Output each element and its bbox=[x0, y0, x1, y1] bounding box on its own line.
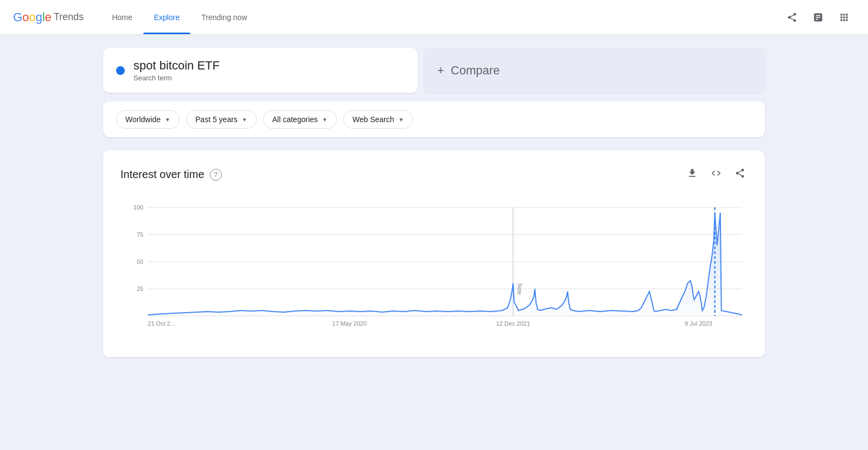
svg-text:75: 75 bbox=[137, 231, 143, 238]
search-term-card: spot bitcoin ETF Search term bbox=[103, 48, 418, 93]
category-dropdown-arrow: ▼ bbox=[322, 117, 328, 123]
filter-row: Worldwide ▼ Past 5 years ▼ All categorie… bbox=[103, 102, 765, 137]
header-actions bbox=[781, 7, 855, 28]
nav-explore[interactable]: Explore bbox=[143, 0, 190, 34]
chart-actions bbox=[685, 166, 748, 183]
chart-card: Interest over time ? bbox=[103, 150, 765, 357]
apps-button[interactable] bbox=[833, 7, 855, 28]
region-dropdown-arrow: ▼ bbox=[165, 117, 170, 123]
nav-trending-now[interactable]: Trending now bbox=[190, 0, 258, 34]
main-nav: Home Explore Trending now bbox=[101, 0, 258, 34]
chart-container: 100 75 50 25 Note bbox=[120, 197, 748, 340]
share-button[interactable] bbox=[781, 7, 803, 28]
svg-text:50: 50 bbox=[137, 258, 143, 265]
svg-text:12 Dec 2021: 12 Dec 2021 bbox=[496, 320, 530, 327]
compare-label: Compare bbox=[451, 64, 500, 78]
time-filter[interactable]: Past 5 years ▼ bbox=[186, 110, 257, 129]
download-button[interactable] bbox=[685, 166, 700, 183]
chart-header: Interest over time ? bbox=[120, 166, 748, 183]
region-filter[interactable]: Worldwide ▼ bbox=[116, 110, 180, 129]
nav-home[interactable]: Home bbox=[101, 0, 143, 34]
time-dropdown-arrow: ▼ bbox=[242, 117, 247, 123]
svg-text:17 May 2020: 17 May 2020 bbox=[332, 320, 367, 327]
embed-button[interactable] bbox=[709, 166, 724, 183]
trends-wordmark: Trends bbox=[54, 11, 84, 23]
category-filter[interactable]: All categories ▼ bbox=[263, 110, 337, 129]
svg-text:25: 25 bbox=[137, 286, 143, 292]
chart-title: Interest over time bbox=[120, 168, 205, 181]
embed-icon bbox=[711, 168, 722, 179]
shortcut-icon bbox=[813, 12, 824, 23]
search-type-filter[interactable]: Web Search ▼ bbox=[343, 110, 413, 129]
category-filter-label: All categories bbox=[272, 115, 318, 124]
term-info: spot bitcoin ETF Search term bbox=[133, 59, 220, 82]
compare-card[interactable]: + Compare bbox=[424, 48, 765, 93]
compare-plus-icon: + bbox=[437, 64, 444, 78]
help-icon[interactable]: ? bbox=[210, 169, 222, 181]
term-dot bbox=[116, 66, 125, 75]
shortcut-button[interactable] bbox=[807, 7, 829, 28]
header: Google Trends Home Explore Trending now bbox=[0, 0, 868, 35]
download-icon bbox=[687, 168, 698, 179]
time-filter-label: Past 5 years bbox=[195, 115, 238, 124]
search-type-dropdown-arrow: ▼ bbox=[398, 117, 404, 123]
google-wordmark: Google bbox=[13, 10, 52, 24]
logo: Google Trends bbox=[13, 10, 84, 24]
share-icon bbox=[787, 12, 797, 23]
svg-text:9 Jul 2023: 9 Jul 2023 bbox=[685, 320, 712, 327]
svg-text:100: 100 bbox=[133, 204, 143, 211]
chart-title-area: Interest over time ? bbox=[120, 168, 222, 181]
chart-share-button[interactable] bbox=[732, 166, 748, 183]
term-name: spot bitcoin ETF bbox=[133, 59, 220, 73]
search-row: spot bitcoin ETF Search term + Compare bbox=[103, 48, 765, 93]
svg-text:21 Oct 2...: 21 Oct 2... bbox=[148, 320, 175, 327]
chart-share-icon bbox=[735, 168, 745, 179]
interest-chart: 100 75 50 25 Note bbox=[120, 197, 748, 338]
search-type-filter-label: Web Search bbox=[353, 115, 394, 124]
region-filter-label: Worldwide bbox=[125, 115, 161, 124]
apps-icon bbox=[839, 12, 850, 23]
main-content: spot bitcoin ETF Search term + Compare W… bbox=[54, 35, 814, 370]
svg-text:Note: Note bbox=[516, 283, 522, 295]
term-type: Search term bbox=[133, 74, 220, 82]
